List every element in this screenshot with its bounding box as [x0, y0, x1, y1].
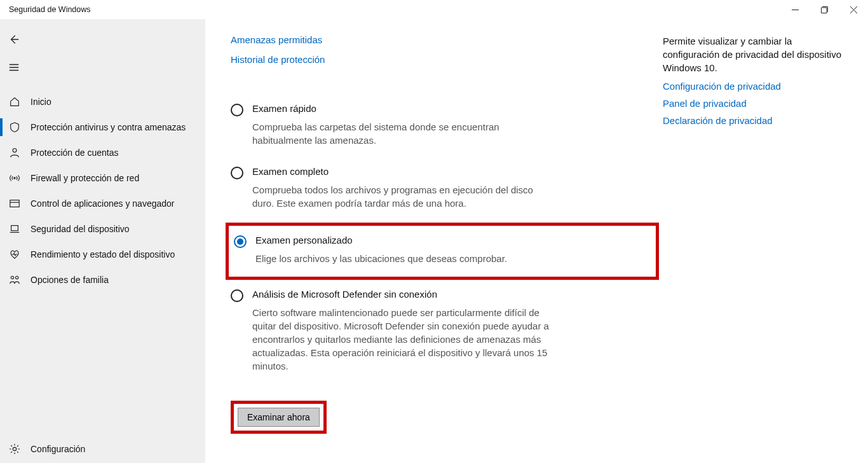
heart-icon: [9, 249, 20, 260]
sidebar-item-account-protection[interactable]: Protección de cuentas: [0, 140, 205, 165]
sidebar-item-label: Inicio: [31, 97, 51, 107]
close-button[interactable]: [839, 0, 868, 19]
option-offline-scan[interactable]: Análisis de Microsoft Defender sin conex…: [231, 286, 650, 389]
svg-rect-2: [10, 200, 19, 207]
family-icon: [9, 274, 20, 286]
shield-icon: [9, 121, 20, 133]
option-desc: Comprueba las carpetas del sistema donde…: [252, 120, 557, 147]
window-icon: [9, 198, 20, 209]
maximize-button[interactable]: [810, 0, 839, 19]
laptop-icon: [9, 223, 20, 235]
arrow-left-icon: [8, 34, 20, 45]
window-title: Seguridad de Windows: [9, 5, 91, 14]
option-desc: Comprueba todos los archivos y programas…: [252, 183, 557, 210]
person-icon: [9, 147, 20, 158]
option-quick-scan[interactable]: Examen rápido Comprueba las carpetas del…: [231, 100, 650, 163]
menu-button[interactable]: [0, 53, 28, 81]
sidebar-item-label: Rendimiento y estado del dispositivo: [31, 249, 175, 259]
option-desc: Elige los archivos y las ubicaciones que…: [255, 252, 507, 265]
svg-rect-3: [11, 226, 18, 231]
window-controls: [780, 0, 868, 19]
option-title: Análisis de Microsoft Defender sin conex…: [252, 289, 557, 300]
sidebar-item-performance[interactable]: Rendimiento y estado del dispositivo: [0, 242, 205, 267]
antenna-icon: [9, 172, 20, 184]
radio-offline-scan[interactable]: [231, 289, 243, 302]
sidebar-item-home[interactable]: Inicio: [0, 89, 205, 114]
hamburger-icon: [8, 62, 20, 73]
radio-quick-scan[interactable]: [231, 104, 243, 116]
scan-now-highlight: Examinar ahora: [231, 401, 327, 434]
sidebar-item-label: Protección antivirus y contra amenazas: [31, 122, 186, 132]
option-title: Examen rápido: [252, 103, 557, 114]
protection-history-link[interactable]: Historial de protección: [231, 54, 650, 65]
svg-point-1: [14, 177, 15, 179]
sidebar-item-family[interactable]: Opciones de familia: [0, 267, 205, 293]
back-button[interactable]: [0, 25, 28, 53]
minimize-button[interactable]: [780, 0, 810, 19]
privacy-dashboard-link[interactable]: Panel de privacidad: [663, 98, 843, 109]
sidebar-item-label: Control de aplicaciones y navegador: [31, 198, 174, 209]
svg-point-0: [13, 149, 17, 153]
radio-full-scan[interactable]: [231, 167, 243, 179]
sidebar-item-settings[interactable]: Configuración: [0, 435, 205, 463]
option-desc: Cierto software malintencionado puede se…: [252, 306, 557, 373]
gear-icon: [9, 443, 20, 455]
option-full-scan[interactable]: Examen completo Comprueba todos los arch…: [231, 163, 650, 226]
svg-point-4: [11, 276, 13, 279]
main-content: Amenazas permitidas Historial de protecc…: [205, 19, 868, 463]
privacy-settings-link[interactable]: Configuración de privacidad: [663, 81, 843, 92]
option-title: Examen personalizado: [255, 235, 507, 245]
sidebar-item-label: Protección de cuentas: [31, 148, 119, 158]
sidebar-item-label: Configuración: [31, 444, 85, 454]
allowed-threats-link[interactable]: Amenazas permitidas: [231, 34, 650, 45]
scan-now-button[interactable]: Examinar ahora: [238, 408, 320, 427]
sidebar-item-label: Opciones de familia: [31, 275, 109, 285]
option-title: Examen completo: [252, 166, 557, 177]
sidebar-item-label: Firewall y protección de red: [31, 173, 139, 183]
home-icon: [9, 96, 20, 107]
privacy-description: Permite visualizar y cambiar la configur…: [663, 34, 843, 74]
titlebar: Seguridad de Windows: [0, 0, 868, 19]
sidebar-item-label: Seguridad del dispositivo: [31, 224, 130, 234]
sidebar-item-virus-protection[interactable]: Protección antivirus y contra amenazas: [0, 114, 205, 140]
sidebar-item-app-browser[interactable]: Control de aplicaciones y navegador: [0, 191, 205, 216]
privacy-statement-link[interactable]: Declaración de privacidad: [663, 115, 843, 126]
svg-point-5: [15, 276, 18, 279]
sidebar-item-firewall[interactable]: Firewall y protección de red: [0, 165, 205, 191]
svg-point-6: [13, 447, 16, 450]
right-column: Permite visualizar y cambiar la configur…: [650, 34, 843, 463]
radio-custom-scan[interactable]: [234, 235, 247, 248]
option-custom-scan[interactable]: Examen personalizado Elige los archivos …: [226, 223, 659, 280]
sidebar: Inicio Protección antivirus y contra ame…: [0, 19, 205, 463]
sidebar-item-device-security[interactable]: Seguridad del dispositivo: [0, 216, 205, 242]
